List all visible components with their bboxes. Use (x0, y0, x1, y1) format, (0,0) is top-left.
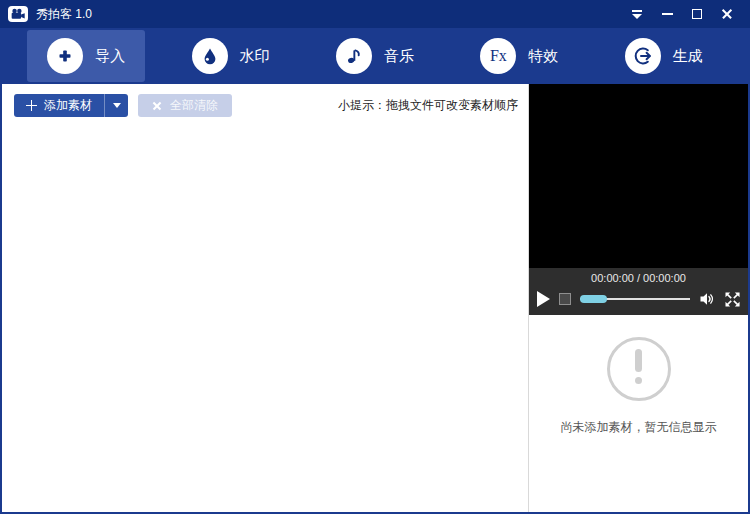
exclamation-dot (635, 377, 642, 384)
maximize-icon[interactable] (682, 2, 712, 26)
nav-tab-label: 生成 (673, 47, 703, 66)
info-panel: 尚未添加素材，暂无信息显示 (529, 315, 748, 512)
minimize-icon[interactable] (652, 2, 682, 26)
fullscreen-icon[interactable] (725, 292, 740, 307)
empty-state-icon (607, 337, 671, 401)
music-note-icon (336, 38, 372, 74)
clear-all-button[interactable]: 全部清除 (138, 94, 232, 117)
chevron-down-icon (113, 103, 121, 108)
plus-icon (26, 100, 37, 111)
main-content: 添加素材 全部清除 小提示：拖拽文件可改变素材顺序 00:00:00 / 00:… (2, 84, 748, 512)
plus-icon (47, 38, 83, 74)
drag-hint: 小提示：拖拽文件可改变素材顺序 (338, 97, 518, 114)
player-controls-row (537, 286, 740, 312)
video-preview (529, 84, 748, 268)
seek-slider[interactable] (580, 294, 690, 304)
clear-all-label: 全部清除 (170, 97, 218, 114)
exclamation-bar (635, 349, 642, 372)
nav-tab-label: 导入 (95, 47, 125, 66)
material-list-area[interactable] (2, 118, 528, 512)
material-panel: 添加素材 全部清除 小提示：拖拽文件可改变素材顺序 (2, 84, 529, 512)
app-logo-icon (8, 6, 28, 22)
player-controls: 00:00:00 / 00:00:00 (529, 268, 748, 315)
add-material-dropdown-button[interactable] (104, 94, 128, 117)
fx-icon: Fx (480, 38, 516, 74)
nav-tab-label: 音乐 (384, 47, 414, 66)
volume-icon[interactable] (699, 292, 716, 306)
titlebar: 秀拍客 1.0 (0, 0, 750, 28)
time-display: 00:00:00 / 00:00:00 (537, 271, 740, 286)
skin-icon[interactable] (622, 2, 652, 26)
play-icon[interactable] (537, 291, 550, 307)
export-icon (625, 38, 661, 74)
preview-panel: 00:00:00 / 00:00:00 (529, 84, 748, 512)
nav-tab-music[interactable]: 音乐 (316, 30, 434, 82)
close-icon[interactable] (712, 2, 742, 26)
nav-tab-generate[interactable]: 生成 (605, 30, 723, 82)
nav-tab-label: 水印 (240, 47, 270, 66)
material-toolbar: 添加素材 全部清除 小提示：拖拽文件可改变素材顺序 (2, 84, 528, 118)
nav-tab-import[interactable]: 导入 (27, 30, 145, 82)
window-title: 秀拍客 1.0 (36, 6, 92, 23)
app-window: 秀拍客 1.0 导入 (0, 0, 750, 514)
add-material-label: 添加素材 (44, 97, 92, 114)
clear-x-icon (152, 101, 162, 111)
seek-handle[interactable] (580, 295, 607, 303)
add-material-split-button: 添加素材 (14, 94, 128, 117)
empty-state-message: 尚未添加素材，暂无信息显示 (561, 419, 717, 436)
add-material-button[interactable]: 添加素材 (14, 94, 104, 117)
nav-tab-watermark[interactable]: 水印 (172, 30, 290, 82)
nav-tab-effects[interactable]: Fx 特效 (460, 30, 578, 82)
stop-icon[interactable] (559, 293, 571, 305)
nav-tab-label: 特效 (528, 47, 558, 66)
fx-icon-text: Fx (490, 47, 507, 65)
main-nav: 导入 水印 音乐 Fx (0, 28, 750, 84)
window-controls (622, 2, 742, 26)
waterdrop-icon (192, 38, 228, 74)
